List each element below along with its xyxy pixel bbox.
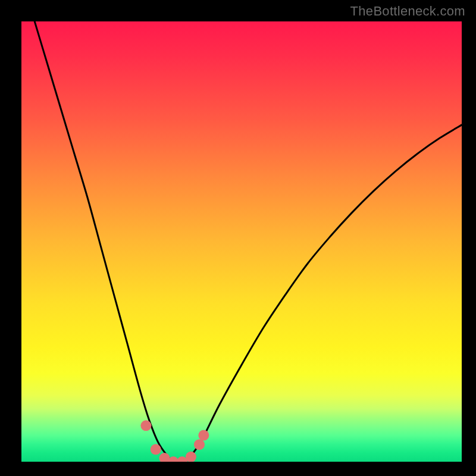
marker-dot (194, 439, 205, 450)
marker-dot (198, 430, 209, 441)
plot-area (21, 21, 462, 462)
curve-group (35, 21, 462, 462)
chart-frame: TheBottleneck.com (0, 0, 476, 476)
bottom-markers (140, 420, 209, 462)
marker-dot (186, 452, 196, 462)
curve-layer (21, 21, 462, 462)
watermark-text: TheBottleneck.com (350, 4, 465, 19)
marker-dot (140, 420, 151, 431)
marker-dot (151, 444, 161, 455)
bottleneck-curve (35, 21, 462, 462)
